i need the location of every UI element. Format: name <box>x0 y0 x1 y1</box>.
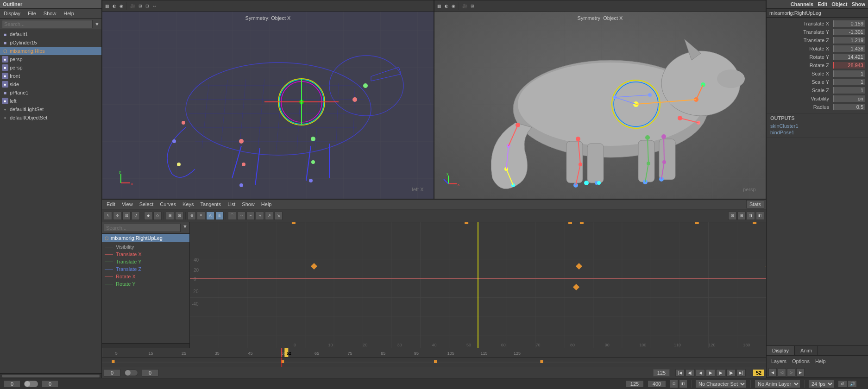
tb-snap[interactable]: ⊕ <box>188 212 196 220</box>
tb-normalize[interactable]: ≡ <box>197 212 205 220</box>
tb-active2[interactable]: B <box>215 212 224 220</box>
attr-value-sz[interactable] <box>833 87 865 94</box>
channel-item[interactable]: —— Rotate X <box>102 273 189 280</box>
list-item[interactable]: ■ side <box>0 80 101 88</box>
status-icon1[interactable]: ⊡ <box>670 380 678 388</box>
timeline-current-field[interactable] <box>142 369 158 376</box>
outliner-hscrollbar[interactable] <box>0 373 101 378</box>
prev-frame-btn[interactable]: ◀ <box>696 369 705 376</box>
graph-menu-curves[interactable]: Curves <box>157 201 179 208</box>
status-current-frame[interactable] <box>42 380 58 388</box>
tb-right1[interactable]: ⊡ <box>728 212 736 220</box>
list-item[interactable]: ■ left <box>0 97 101 105</box>
timeline-end-field[interactable] <box>653 369 670 376</box>
attr-value-ty[interactable] <box>833 29 865 35</box>
output-item[interactable]: skinCluster1 <box>770 123 864 129</box>
status-loop-btn[interactable]: ↺ <box>838 380 847 388</box>
outliner-menu-file[interactable]: File <box>25 10 39 17</box>
layer-btn4[interactable]: ▶ <box>796 368 805 376</box>
list-item[interactable]: ■ default1 <box>0 30 101 38</box>
attr-value-rz[interactable] <box>833 62 865 69</box>
channel-item[interactable]: —— Translate Y <box>102 258 189 265</box>
status-end-frame[interactable] <box>625 380 644 388</box>
graph-menu-show[interactable]: Show <box>239 201 258 208</box>
graph-menu-list[interactable]: List <box>225 201 238 208</box>
status-toggle[interactable] <box>24 381 38 387</box>
tb-tangent4[interactable]: ¬ <box>256 212 264 220</box>
channel-selected-header[interactable]: ⬡ mixamorig:RightUpLeg <box>102 234 189 242</box>
list-item[interactable]: ■ persp <box>0 63 101 72</box>
go-end-btn[interactable]: ▶| <box>736 369 746 376</box>
vp-icon-render2[interactable]: 🎥 <box>461 3 468 9</box>
timeline-track[interactable] <box>102 358 766 367</box>
vp-icon-show2[interactable]: ◉ <box>451 3 456 9</box>
timeline-ruler[interactable]: 5 15 25 35 45 55 65 75 85 95 105 115 125 <box>102 348 766 358</box>
tb-right3[interactable]: ◨ <box>747 212 755 220</box>
tb-tangent3[interactable]: ⌐ <box>246 212 255 220</box>
vp-icon-shading[interactable]: ▦ <box>104 3 110 9</box>
viewport-right[interactable]: ▦ ◐ ◉ 🎥 ⊞ <box>434 0 766 199</box>
tb-rotate[interactable]: ↺ <box>132 212 140 220</box>
status-mute-btn[interactable]: 🔊 <box>848 380 857 388</box>
layer-btn3[interactable]: ▷ <box>787 368 795 376</box>
graph-menu-edit[interactable]: Edit <box>104 201 118 208</box>
list-item[interactable]: ■ front <box>0 72 101 80</box>
current-frame-display[interactable]: 52 <box>753 370 764 376</box>
attr-value-sx[interactable] <box>833 70 865 77</box>
list-item[interactable]: ■ pPlane1 <box>0 88 101 97</box>
tb-right4[interactable]: ◧ <box>756 212 764 220</box>
graph-menu-help[interactable]: Help <box>258 201 275 208</box>
graph-menu-view[interactable]: View <box>119 201 136 208</box>
vp-icon-render[interactable]: 🎥 <box>129 3 136 9</box>
list-item[interactable]: ● defaultLightSet <box>0 105 101 113</box>
char-set-select[interactable]: No Character Set <box>695 380 747 388</box>
attr-value-sy[interactable] <box>833 79 865 85</box>
channel-scrollbar[interactable] <box>102 343 189 348</box>
attr-value-rx[interactable] <box>833 45 865 52</box>
list-item[interactable]: ⬡ mixamorig:Hips <box>0 47 101 55</box>
outliner-menu-display[interactable]: Display <box>1 10 23 17</box>
list-item[interactable]: ● defaultObjectSet <box>0 113 101 122</box>
prev-key-btn[interactable]: ◀| <box>686 369 695 376</box>
anim-layer-select[interactable]: No Anim Layer <box>755 380 800 388</box>
tb-tangent6[interactable]: ↘ <box>274 212 283 220</box>
options-btn[interactable]: Options <box>790 358 811 365</box>
tb-select[interactable]: ↖ <box>104 212 112 220</box>
tb-tangent2[interactable]: ⌣ <box>237 212 245 220</box>
layer-btn2[interactable]: ◁ <box>778 368 786 376</box>
attr-value-tx[interactable] <box>833 20 865 27</box>
tb-scale[interactable]: ⊡ <box>122 212 131 220</box>
next-frame-btn[interactable]: ▶ <box>716 369 725 376</box>
tb-frame-all[interactable]: ⊞ <box>166 212 174 220</box>
tb-right2[interactable]: ⊞ <box>737 212 746 220</box>
attr-value-vis[interactable] <box>833 95 865 102</box>
fps-select[interactable]: 24 fps <box>808 380 834 388</box>
tb-move[interactable]: ✛ <box>113 212 121 220</box>
list-item[interactable]: ■ pCylinder15 <box>0 38 101 47</box>
toggle-btn[interactable] <box>124 370 138 376</box>
vp-icon-show[interactable]: ◉ <box>119 3 124 9</box>
output-item[interactable]: bindPose1 <box>770 129 864 136</box>
tb-tangent5[interactable]: ↗ <box>265 212 273 220</box>
outliner-menu-help[interactable]: Help <box>61 10 77 17</box>
list-item[interactable]: ■ persp <box>0 55 101 63</box>
vp-icon-select[interactable]: ⊡ <box>145 3 150 9</box>
graph-menu-keys[interactable]: Keys <box>180 201 196 208</box>
channel-item[interactable]: —— Visibility <box>102 243 189 251</box>
status-max-frame[interactable] <box>648 380 666 388</box>
graph-menu-select[interactable]: Select <box>137 201 157 208</box>
layers-btn[interactable]: Layers <box>769 358 788 365</box>
attr-value-ry[interactable] <box>833 54 865 60</box>
channel-item[interactable]: —— Rotate Y <box>102 280 189 288</box>
play-btn[interactable]: ▶ <box>706 369 715 376</box>
vp-icon-grid[interactable]: ⊞ <box>138 3 143 9</box>
channel-item[interactable]: —— Translate X <box>102 251 189 258</box>
graph-canvas[interactable]: 40 20 0 -20 -40 0 10 20 30 40 50 <box>190 222 766 348</box>
attr-value-radius[interactable] <box>833 104 865 110</box>
tb-key[interactable]: ◆ <box>144 212 152 220</box>
go-start-btn[interactable]: |◀ <box>675 369 685 376</box>
tb-frame-sel[interactable]: ⊡ <box>175 212 183 220</box>
layer-btn1[interactable]: ◀ <box>768 368 777 376</box>
vp-icon-shading2[interactable]: ▦ <box>436 3 442 9</box>
tb-breakdown[interactable]: ◇ <box>153 212 162 220</box>
